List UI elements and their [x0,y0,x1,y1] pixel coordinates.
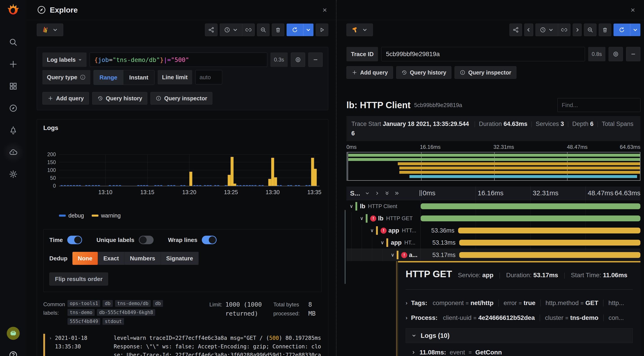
flip-results-order-button[interactable]: Flip results order [49,272,108,285]
share-button[interactable] [510,24,522,36]
span-row[interactable]: ∨!lbHTTP GET [346,212,640,224]
log-row[interactable]: ›2021-01-18 13:35:30level=warn traceID=2… [43,334,322,356]
datasource-picker-loki[interactable] [37,24,63,36]
span-name-cell[interactable]: ∨appHT... [346,237,420,249]
span-timeline-cell[interactable] [420,212,640,224]
share-button[interactable] [205,24,218,36]
chevron-down-icon[interactable]: ∨ [350,203,353,209]
trace-find-input[interactable]: Find... [558,98,640,112]
chevron-down-icon[interactable] [364,191,370,196]
angle-right-icon[interactable] [374,191,380,196]
span-name-cell[interactable]: ∨!lbHTTP GET [346,212,420,224]
legend-item-debug[interactable]: debug [59,212,84,219]
create-plus-icon[interactable] [8,59,18,69]
span-bar[interactable] [421,203,640,209]
log-labels-button[interactable]: Log labels [42,53,86,67]
clear-all-button[interactable] [599,24,611,36]
angle-right-icon[interactable]: › [49,334,52,356]
explore-compass-icon [37,5,46,15]
chevron-down-icon[interactable]: ∨ [380,240,384,246]
span-row[interactable]: ∨!appHTT...53.36ms [346,224,640,237]
grafana-logo[interactable] [6,3,20,17]
copy-link-button[interactable] [242,24,255,36]
add-query-button[interactable]: Add query [346,66,393,79]
remove-query-button[interactable] [308,53,323,67]
disable-query-eye-button[interactable] [608,47,623,61]
span-timeline-cell[interactable]: 53.36ms [420,224,640,237]
datasource-picker-tempo[interactable] [346,24,373,36]
time-range-button[interactable] [536,24,558,36]
chevron-down-icon[interactable]: ∨ [370,228,374,233]
add-query-button[interactable]: Add query [42,92,89,105]
refresh-button[interactable] [286,24,303,36]
line-limit-input[interactable]: auto [195,70,222,84]
refresh-interval-dropdown[interactable] [630,24,640,36]
span-tags-row[interactable]: ›Tags:component=net/httperror=truehttp.m… [406,299,633,307]
angle-right-icon[interactable]: › [406,300,408,306]
query-type-range[interactable]: Range [94,70,123,85]
chevron-down-icon[interactable]: ∨ [391,252,394,258]
span-name-cell[interactable]: ∨!appHTT... [346,224,420,237]
x-axis-tick: 13:35 [307,189,321,195]
cloud-alert-icon[interactable] [8,147,18,157]
remove-query-button[interactable] [626,47,640,61]
span-timeline-cell[interactable]: 53.17ms [420,249,640,261]
dedup-none[interactable]: None [72,252,98,265]
span-timeline-cell[interactable] [420,200,640,212]
disable-query-eye-button[interactable] [291,53,305,67]
span-timeline-cell[interactable]: 53.13ms [420,237,640,249]
query-history-button[interactable]: Query history [92,92,148,105]
span-row[interactable]: ∨lbHTTP Client [346,200,640,212]
clear-all-button[interactable] [272,24,284,36]
dashboards-icon[interactable] [8,81,18,91]
time-forward-button[interactable] [573,24,582,36]
span-process-row[interactable]: ›Process:client-uuid=4e24666612b52deaclu… [406,314,633,321]
user-avatar[interactable] [7,327,20,340]
logql-query-input[interactable]: {job="tns-demo/db"} |= "500" [90,53,267,67]
span-bar[interactable] [459,252,641,258]
double-chevron-down-icon[interactable] [384,191,390,196]
span-bar[interactable] [421,215,640,221]
close-left-pane-icon[interactable]: × [322,6,327,14]
legend-item-warning[interactable]: warning [92,212,121,219]
trace-minimap[interactable] [346,152,640,181]
run-button[interactable] [316,24,328,36]
explore-compass-icon[interactable] [8,103,18,113]
query-inspector-button[interactable]: Query inspector [150,92,212,105]
span-row[interactable]: ∨!a...53.17ms [346,249,640,261]
chevron-down-icon[interactable]: ∨ [360,215,364,221]
dedup-exact[interactable]: Exact [98,252,124,265]
help-icon[interactable] [8,350,18,356]
zoom-out-button[interactable] [584,24,596,36]
trace-id-input[interactable]: 5cb99bbf9e29819a [381,47,585,61]
dedup-numbers[interactable]: Numbers [124,252,161,265]
close-right-pane-icon[interactable]: × [630,6,635,14]
copy-link-button[interactable] [558,24,570,36]
toggle-switch[interactable] [202,236,216,244]
toggle-switch[interactable] [67,236,82,244]
span-row[interactable]: ∨appHT...53.13ms [346,237,640,249]
span-log-entry[interactable]: 11.08ms: event = GetConn [406,349,633,356]
time-back-button[interactable] [524,24,533,36]
span-table-header: S... 0ms16.16ms32.31ms48.47ms64.63ms [346,187,640,200]
time-range-button[interactable] [220,24,242,36]
span-bar[interactable] [459,240,641,246]
alerting-bell-icon[interactable] [8,125,18,135]
span-name-cell[interactable]: ∨!a... [346,249,420,261]
refresh-button[interactable] [614,24,630,36]
refresh-interval-dropdown[interactable] [303,24,314,36]
query-type-instant[interactable]: Instant [123,70,154,85]
search-icon[interactable] [8,37,18,47]
span-bar[interactable] [458,228,640,233]
double-chevron-right-icon[interactable] [394,191,400,196]
angle-right-icon[interactable]: › [406,315,408,321]
query-history-button[interactable]: Query history [396,66,452,79]
settings-gear-icon[interactable] [8,169,18,179]
toggle-switch[interactable] [139,236,154,244]
span-logs-accordion[interactable]: Logs (10) [406,328,633,343]
query-inspector-button[interactable]: Query inspector [454,66,516,79]
zoom-out-button[interactable] [257,24,270,36]
span-name-cell[interactable]: ∨lbHTTP Client [346,200,420,212]
span-list-scrollbar[interactable] [345,210,346,284]
dedup-signature[interactable]: Signature [161,252,199,265]
